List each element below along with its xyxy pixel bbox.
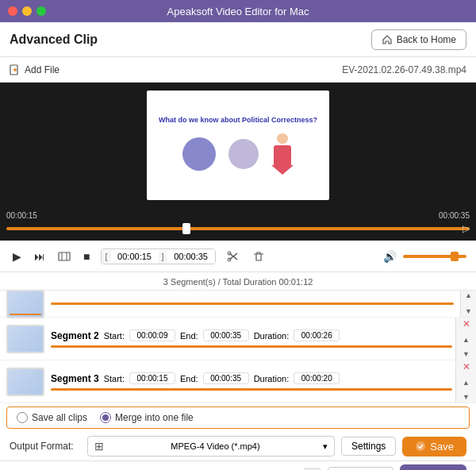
format-value: MPEG-4 Video (*.mp4) [171, 441, 259, 451]
scissors-icon [227, 251, 240, 262]
file-name: EV-2021.02.26-07.49.38.mp4 [342, 64, 466, 75]
scroll-control-1: ▲ ▼ [460, 291, 476, 317]
scroll-up-2[interactable]: ▲ [463, 337, 470, 344]
svg-rect-1 [59, 252, 70, 260]
step-forward-button[interactable]: ⏭ [31, 248, 48, 264]
segment-2-duration-label: Duration: [254, 331, 290, 341]
scroll-down-3[interactable]: ▼ [463, 394, 470, 401]
segment-2-start-value[interactable]: 00:00:09 [129, 329, 175, 341]
play-button[interactable]: ▶ [10, 248, 25, 264]
merge-radio[interactable] [100, 412, 111, 423]
trim-button[interactable] [55, 249, 74, 264]
back-home-label: Back to Home [397, 34, 456, 45]
segment-3-end-value[interactable]: 00:00:35 [203, 372, 249, 384]
app-title: Apeaksoft Video Editor for Mac [167, 6, 309, 17]
chevron-down-icon: ▾ [323, 441, 328, 452]
figure-body [274, 145, 291, 165]
timeline-track[interactable] [6, 227, 470, 230]
remove-segment-3[interactable]: ✕ [463, 362, 470, 372]
save-label: Save [430, 441, 454, 453]
segment-3-label: Segment 3 [51, 373, 99, 384]
timeline-start: 00:00:15 [6, 211, 37, 220]
segment-2-duration-value[interactable]: 00:00:26 [294, 329, 340, 341]
merge-option[interactable]: Merge into one file [100, 412, 194, 423]
back-home-button[interactable]: Back to Home [371, 29, 466, 50]
output-options: Save all clips Merge into one file [6, 406, 470, 429]
open-folder-button[interactable]: Open Folder [328, 467, 393, 471]
circle-left [182, 137, 216, 171]
maximize-button[interactable] [36, 6, 46, 16]
segment-1-thumb [6, 290, 44, 318]
figure [271, 133, 294, 175]
timeline-thumb[interactable] [182, 223, 190, 234]
circle-right [228, 139, 259, 169]
figure-skirt [271, 165, 294, 175]
timeline-area: 00:00:15 00:00:35 ▷ [0, 208, 476, 241]
reset-button[interactable]: Reset [400, 464, 466, 470]
save-all-label: Save all clips [32, 412, 87, 423]
add-file-label: Add File [25, 64, 60, 75]
minimize-button[interactable] [22, 6, 32, 16]
scroll-down-2[interactable]: ▼ [463, 351, 470, 358]
segment-3-duration-value[interactable]: 00:00:20 [294, 372, 340, 384]
output-folder-row: Output Folder: Users/apple/Documents/Ape… [0, 460, 476, 470]
figure-head [277, 133, 288, 144]
segment-3-start-value[interactable]: 00:00:15 [129, 372, 175, 384]
close-button[interactable] [8, 6, 17, 16]
segment-3-duration-label: Duration: [254, 374, 290, 383]
merge-label: Merge into one file [115, 412, 194, 423]
volume-icon: 🔊 [383, 250, 397, 263]
controls-bar: ▶ ⏭ ■ [ ] 🔊 [0, 241, 476, 272]
settings-button[interactable]: Settings [341, 437, 396, 456]
stop-button[interactable]: ■ [80, 248, 93, 264]
segment-3-bar [51, 388, 452, 391]
scroll-up-3[interactable]: ▲ [463, 379, 470, 387]
segment-3-end-label: End: [180, 374, 198, 383]
timeline-right-arrow: ▷ [463, 223, 470, 234]
clip-button[interactable] [224, 249, 243, 264]
segment-3-thumb [6, 368, 44, 396]
title-bar: Apeaksoft Video Editor for Mac [0, 0, 476, 22]
segment-1-row: ▲ ▼ [0, 291, 476, 318]
video-question-text: What do we know about Political Correctn… [159, 116, 317, 124]
end-bracket: ] [159, 250, 167, 263]
delete-clip-button[interactable] [249, 249, 268, 264]
page-title: Advanced Clip [10, 33, 98, 47]
segment-2-end-value[interactable]: 00:00:35 [203, 329, 249, 341]
timeline-bar[interactable]: ▷ [6, 222, 470, 236]
home-icon [382, 34, 393, 45]
save-all-radio[interactable] [17, 412, 28, 423]
delete-icon [252, 251, 265, 262]
traffic-lights [8, 6, 46, 16]
start-bracket: [ [102, 250, 110, 263]
scroll-control-2: ✕ ▲ ▼ [455, 318, 476, 360]
remove-segment-2[interactable]: ✕ [463, 319, 470, 329]
merge-radio-dot [102, 414, 109, 421]
timeline-end: 00:00:35 [439, 211, 470, 220]
trim-icon [58, 251, 71, 262]
start-time-field[interactable] [111, 249, 159, 264]
scroll-down-1[interactable]: ▼ [465, 308, 472, 315]
save-button[interactable]: Save [402, 437, 466, 457]
video-preview: What do we know about Political Correctn… [0, 83, 476, 208]
scroll-up-1[interactable]: ▲ [465, 292, 472, 299]
add-file-button[interactable]: Add File [10, 64, 60, 75]
start-time-input[interactable]: [ ] [101, 248, 215, 264]
end-time-field[interactable] [167, 249, 215, 264]
volume-slider[interactable] [403, 255, 466, 258]
segment-2-row: Segment 2 Start: 00:00:09 End: 00:00:35 … [0, 318, 476, 360]
segments-area: 3 Segment(s) / Total Duration 00:01:12 ▲… [0, 272, 476, 470]
segment-3-row: Segment 3 Start: 00:00:15 End: 00:00:35 … [0, 360, 476, 403]
segment-3-start-label: Start: [104, 374, 125, 383]
segment-2-start-label: Start: [104, 331, 125, 341]
toolbar: Add File EV-2021.02.26-07.49.38.mp4 [0, 57, 476, 83]
segment-2-thumb [6, 325, 44, 353]
timeline-labels: 00:00:15 00:00:35 [6, 211, 470, 220]
format-select[interactable]: ⊞ MPEG-4 Video (*.mp4) ▾ [87, 436, 335, 457]
output-format-label: Output Format: [10, 441, 81, 452]
volume-thumb[interactable] [451, 252, 459, 261]
segment-2-end-label: End: [180, 331, 198, 341]
segment-2-thumb-inner [8, 326, 43, 352]
segments-scroll-area: ▲ ▼ Segment 2 Start: 00:00:09 End: 00:00… [0, 291, 476, 403]
save-all-clips-option[interactable]: Save all clips [17, 412, 87, 423]
